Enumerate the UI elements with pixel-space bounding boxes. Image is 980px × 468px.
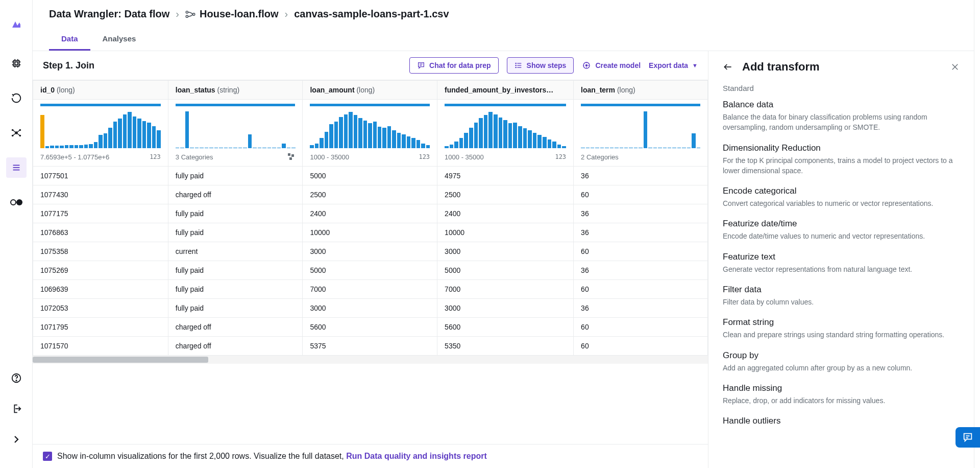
transform-item[interactable]: Balance dataBalance the data for binary … bbox=[723, 100, 960, 133]
table-row[interactable]: 1075269fully paid5000500036 bbox=[33, 261, 708, 280]
breadcrumb-file[interactable]: canvas-sample-loans-part-1.csv bbox=[294, 8, 449, 20]
table-cell: 5000 bbox=[303, 167, 437, 185]
transform-item[interactable]: Format stringClean and prepare strings u… bbox=[723, 317, 960, 340]
table-row[interactable]: 1069639fully paid7000700060 bbox=[33, 280, 708, 299]
table-cell: 1076863 bbox=[33, 223, 168, 242]
column-header[interactable]: loan_status (string) bbox=[168, 81, 303, 100]
brand-icon[interactable] bbox=[6, 14, 27, 35]
flow-icon bbox=[185, 10, 195, 18]
chat-fab[interactable] bbox=[955, 427, 980, 448]
table-cell: fully paid bbox=[168, 299, 303, 318]
table-cell: 36 bbox=[574, 299, 708, 318]
svg-point-30 bbox=[516, 63, 516, 63]
chat-icon bbox=[417, 61, 425, 69]
table-row[interactable]: 1071795charged off5600560060 bbox=[33, 318, 708, 337]
transform-item[interactable]: Group byAdd an aggregated column after g… bbox=[723, 350, 960, 373]
expand-icon[interactable] bbox=[6, 429, 27, 450]
svg-rect-1 bbox=[15, 62, 18, 65]
svg-point-21 bbox=[16, 380, 16, 381]
list-icon[interactable] bbox=[6, 157, 27, 178]
column-header[interactable]: loan_term (long) bbox=[574, 81, 708, 100]
table-cell: 5350 bbox=[437, 337, 574, 356]
toggle-icon[interactable] bbox=[6, 192, 27, 213]
panel-section-label: Standard bbox=[723, 84, 960, 92]
column-header[interactable]: id_0 (long) bbox=[33, 81, 168, 100]
create-model-button[interactable]: Create model bbox=[582, 61, 641, 70]
scrollbar-thumb[interactable] bbox=[33, 357, 208, 363]
viz-checkbox[interactable]: ✓ bbox=[43, 452, 52, 461]
transform-item[interactable]: Featurize textGenerate vector representa… bbox=[723, 252, 960, 274]
table-cell: 36 bbox=[574, 167, 708, 185]
column-viz: 1000 - 35000123 bbox=[437, 100, 574, 167]
column-viz: 2 Categories bbox=[574, 100, 708, 167]
table-row[interactable]: 1075358current3000300060 bbox=[33, 242, 708, 261]
table-cell: 1069639 bbox=[33, 280, 168, 299]
export-data-button[interactable]: Export data ▼ bbox=[649, 61, 698, 69]
column-header[interactable]: funded_amount_by_investors… bbox=[437, 81, 574, 100]
tab-analyses[interactable]: Analyses bbox=[90, 28, 149, 51]
toolbar: Step 1. Join Chat for data prep Show ste… bbox=[33, 51, 708, 80]
table-cell: fully paid bbox=[168, 223, 303, 242]
transform-name: Format string bbox=[723, 317, 960, 327]
show-steps-button[interactable]: Show steps bbox=[507, 57, 574, 74]
chip-icon[interactable] bbox=[6, 53, 27, 74]
table-cell: 7000 bbox=[437, 280, 574, 299]
table-cell: 5600 bbox=[437, 318, 574, 337]
graph-icon[interactable] bbox=[6, 123, 27, 143]
steps-icon bbox=[514, 61, 523, 69]
breadcrumb-flow[interactable]: House-loan.flow bbox=[200, 8, 278, 20]
chevron-right-icon: › bbox=[284, 8, 288, 20]
svg-point-34 bbox=[586, 65, 587, 66]
svg-point-19 bbox=[16, 199, 22, 205]
table-cell: charged off bbox=[168, 318, 303, 337]
transform-item[interactable]: Filter dataFilter data by column values. bbox=[723, 285, 960, 307]
tab-data[interactable]: Data bbox=[49, 28, 90, 51]
table-cell: 2500 bbox=[303, 185, 437, 204]
transform-desc: Add an aggregated column after group by … bbox=[723, 363, 960, 373]
transform-item[interactable]: Featurize date/timeEncode date/time valu… bbox=[723, 219, 960, 241]
table-cell: 2400 bbox=[303, 204, 437, 223]
table-cell: 5600 bbox=[303, 318, 437, 337]
svg-rect-36 bbox=[291, 154, 294, 157]
transform-desc: Replace, drop, or add indicators for mis… bbox=[723, 395, 960, 406]
run-report-link[interactable]: Run Data quality and insights report bbox=[346, 452, 487, 460]
table-cell: 60 bbox=[574, 185, 708, 204]
transform-name: Featurize text bbox=[723, 252, 960, 262]
chevron-down-icon: ▼ bbox=[692, 62, 698, 68]
back-arrow-icon[interactable] bbox=[723, 62, 733, 72]
table-row[interactable]: 1077430charged off2500250060 bbox=[33, 185, 708, 204]
table-cell: 10000 bbox=[303, 223, 437, 242]
chat-for-data-prep-button[interactable]: Chat for data prep bbox=[409, 57, 499, 74]
horizontal-scrollbar[interactable] bbox=[33, 356, 708, 364]
table-row[interactable]: 1076863fully paid100001000036 bbox=[33, 223, 708, 242]
table-cell: 3000 bbox=[437, 242, 574, 261]
table-row[interactable]: 1077501fully paid5000497536 bbox=[33, 167, 708, 185]
add-transform-panel: Add transform Standard Balance dataBalan… bbox=[708, 51, 974, 468]
transform-name: Handle missing bbox=[723, 383, 960, 393]
breadcrumb-root[interactable]: Data Wrangler: Data flow bbox=[49, 8, 169, 20]
column-header[interactable]: loan_amount (long) bbox=[303, 81, 437, 100]
table-cell: charged off bbox=[168, 185, 303, 204]
transform-item[interactable]: Encode categoricalConvert categorical va… bbox=[723, 186, 960, 208]
table-row[interactable]: 1072053fully paid3000300036 bbox=[33, 299, 708, 318]
table-cell: 36 bbox=[574, 204, 708, 223]
logout-icon[interactable] bbox=[6, 399, 27, 419]
svg-rect-0 bbox=[13, 61, 19, 66]
transform-name: Balance data bbox=[723, 100, 960, 110]
close-icon[interactable] bbox=[950, 62, 960, 72]
tabs: Data Analyses bbox=[33, 28, 974, 51]
svg-point-18 bbox=[11, 200, 16, 205]
transform-item[interactable]: Handle outliers bbox=[723, 416, 960, 426]
table-cell: fully paid bbox=[168, 261, 303, 280]
transform-item[interactable]: Handle missingReplace, drop, or add indi… bbox=[723, 383, 960, 406]
table-cell: 4975 bbox=[437, 167, 574, 185]
refresh-icon[interactable] bbox=[6, 88, 27, 108]
table-row[interactable]: 1071570charged off5375535060 bbox=[33, 337, 708, 356]
table-row[interactable]: 1077175fully paid2400240036 bbox=[33, 204, 708, 223]
breadcrumb: Data Wrangler: Data flow › House-loan.fl… bbox=[33, 0, 974, 28]
table-cell: 1077175 bbox=[33, 204, 168, 223]
transform-item[interactable]: Dimensionality ReductionFor the top K pr… bbox=[723, 143, 960, 176]
model-icon bbox=[582, 61, 591, 70]
help-icon[interactable] bbox=[6, 368, 27, 388]
column-viz: 7.6593e+5 - 1.0775e+6123 bbox=[33, 100, 168, 167]
